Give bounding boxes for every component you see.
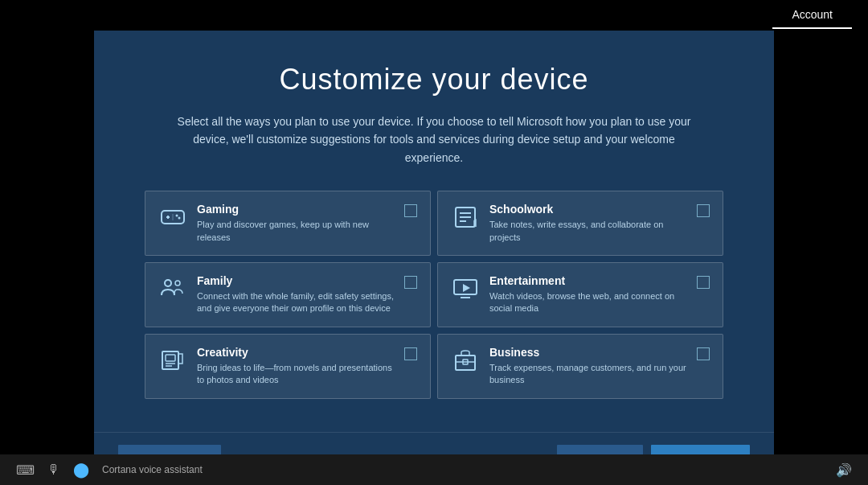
svg-point-11 — [165, 280, 171, 286]
top-nav: Account — [772, 2, 852, 29]
card-entertainment-checkbox[interactable] — [697, 276, 710, 289]
svg-marker-10 — [473, 219, 477, 227]
svg-rect-17 — [166, 355, 175, 361]
entertainment-icon — [451, 274, 480, 303]
card-gaming[interactable]: Gaming Play and discover games, keep up … — [145, 191, 431, 256]
card-business-title: Business — [489, 346, 687, 359]
card-gaming-content: Gaming Play and discover games, keep up … — [197, 203, 395, 244]
card-schoolwork[interactable]: Schoolwork Take notes, write essays, and… — [437, 191, 723, 256]
card-entertainment[interactable]: Entertainment Watch videos, browse the w… — [437, 262, 723, 327]
card-family-desc: Connect with the whole family, edit safe… — [197, 290, 395, 315]
card-creativity[interactable]: Creativity Bring ideas to life—from nove… — [145, 334, 431, 399]
card-business-checkbox[interactable] — [697, 347, 710, 360]
card-schoolwork-checkbox[interactable] — [697, 204, 710, 217]
left-sidebar — [0, 31, 94, 454]
card-entertainment-title: Entertainment — [489, 274, 687, 287]
microphone-icon[interactable]: 🎙 — [47, 462, 60, 477]
main-window: Customize your device Select all the way… — [94, 31, 774, 454]
cortana-left: ⌨ 🎙 ⬤ Cortana voice assistant — [16, 461, 203, 479]
creativity-icon — [158, 346, 187, 375]
card-business[interactable]: Business Track expenses, manage customer… — [437, 334, 723, 399]
cortana-bar: ⌨ 🎙 ⬤ Cortana voice assistant 🔊 — [0, 454, 868, 485]
card-family[interactable]: Family Connect with the whole family, ed… — [145, 262, 431, 327]
card-entertainment-content: Entertainment Watch videos, browse the w… — [489, 274, 687, 315]
schoolwork-icon — [451, 203, 480, 232]
svg-point-12 — [175, 281, 180, 286]
card-creativity-title: Creativity — [197, 346, 395, 359]
card-schoolwork-content: Schoolwork Take notes, write essays, and… — [489, 203, 687, 244]
svg-point-4 — [178, 217, 181, 220]
card-gaming-title: Gaming — [197, 203, 395, 216]
card-family-content: Family Connect with the whole family, ed… — [197, 274, 395, 315]
tab-account[interactable]: Account — [772, 2, 852, 29]
gaming-icon — [158, 203, 187, 232]
cortana-circle-icon[interactable]: ⬤ — [73, 461, 89, 479]
card-entertainment-desc: Watch videos, browse the web, and connec… — [489, 290, 687, 315]
cards-grid: Gaming Play and discover games, keep up … — [145, 191, 723, 398]
volume-icon[interactable]: 🔊 — [836, 462, 852, 478]
card-schoolwork-title: Schoolwork — [489, 203, 687, 216]
card-business-desc: Track expenses, manage customers, and ru… — [489, 362, 687, 387]
card-family-checkbox[interactable] — [404, 276, 417, 289]
family-icon — [158, 274, 187, 303]
svg-marker-15 — [463, 284, 470, 292]
svg-rect-20 — [456, 356, 475, 370]
card-creativity-desc: Bring ideas to life—from novels and pres… — [197, 362, 395, 387]
page-subtitle: Select all the ways you plan to use your… — [169, 113, 699, 166]
card-schoolwork-desc: Take notes, write essays, and collaborat… — [489, 219, 687, 244]
page-title: Customize your device — [279, 63, 588, 97]
business-icon — [451, 346, 480, 375]
card-gaming-desc: Play and discover games, keep up with ne… — [197, 219, 395, 244]
right-sidebar — [774, 31, 868, 454]
svg-point-3 — [176, 215, 178, 217]
card-creativity-checkbox[interactable] — [404, 347, 417, 360]
card-business-content: Business Track expenses, manage customer… — [489, 346, 687, 387]
card-gaming-checkbox[interactable] — [404, 204, 417, 217]
top-bar: Account — [0, 0, 868, 31]
card-family-title: Family — [197, 274, 395, 287]
card-creativity-content: Creativity Bring ideas to life—from nove… — [197, 346, 395, 387]
cortana-label: Cortana voice assistant — [102, 464, 203, 475]
keyboard-icon[interactable]: ⌨ — [16, 462, 35, 478]
